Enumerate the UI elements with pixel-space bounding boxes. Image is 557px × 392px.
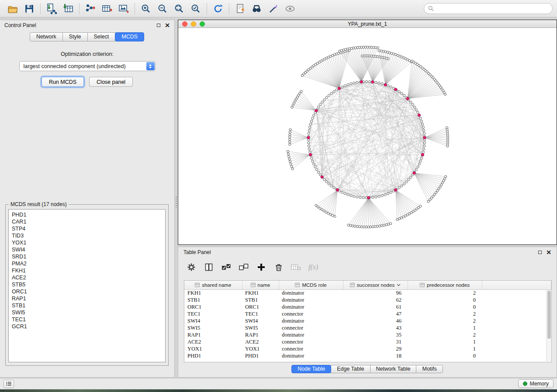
table-row[interactable]: SWI4SWI4dominator462 [184,317,551,324]
vertical-splitter[interactable] [175,20,178,378]
network-canvas[interactable] [178,28,557,244]
main-toolbar [0,0,557,17]
mcds-node-label[interactable]: ACE2 [12,274,165,281]
tab-network[interactable]: Network [30,32,63,41]
export-network-icon[interactable] [82,2,99,16]
col-name[interactable]: name [242,281,279,289]
mcds-result-list[interactable]: PHD1CAR1STP4TID3YOX1SWI4SRD1PMA2FKH1ACE2… [8,209,166,362]
control-panel-tabs: Network Style Select MCDS [0,32,174,41]
show-hide-icon[interactable] [282,2,298,16]
table-row[interactable]: STB1STB1dominator620 [184,296,551,303]
window-close-icon[interactable] [182,21,187,27]
save-icon[interactable] [21,2,38,16]
tab-network-table[interactable]: Network Table [370,365,417,373]
open-file-icon[interactable] [4,2,21,16]
criterion-dropdown[interactable]: largest connected component (undirected) [19,61,156,71]
style-wand-icon[interactable] [265,2,282,16]
toolbar-separator [229,3,229,14]
import-table-file-icon[interactable] [60,2,76,16]
mcds-node-label[interactable]: SWI5 [12,309,165,316]
table-settings-gear-icon[interactable] [186,262,197,272]
delete-table-icon-disabled [291,262,301,272]
add-column-plus-icon[interactable] [256,262,266,272]
table-row[interactable]: PHD1PHD1dominator180 [184,352,551,359]
memory-button[interactable]: Memory [518,379,554,388]
mcds-result-title: MCDS result (17 nodes) [9,201,69,207]
memory-status-icon [523,382,527,386]
run-mcds-button[interactable]: Run MCDS [42,77,84,87]
tab-mcds[interactable]: MCDS [115,32,144,41]
column-grid-icon [295,283,300,287]
import-network-file-icon[interactable] [43,2,60,16]
show-columns-icon[interactable] [204,262,214,272]
table-row[interactable]: FKH1FKH1dominator962 [184,289,551,296]
network-window-titlebar[interactable]: YPA_prune.txt_1 [178,20,557,28]
mcds-node-label[interactable]: PHD1 [12,211,165,218]
mcds-node-label[interactable]: GCR1 [12,323,165,330]
select-all-icon[interactable] [221,262,232,272]
mcds-node-label[interactable]: STB5 [12,281,165,288]
close-table-panel-icon[interactable]: ✕ [546,250,551,254]
table-scrollbar[interactable] [546,290,551,361]
mcds-node-label[interactable]: STB1 [12,302,165,309]
mcds-node-label[interactable]: SWI4 [12,246,165,253]
float-panel-icon[interactable] [157,24,160,27]
mcds-node-label[interactable]: YOX1 [12,239,165,246]
criterion-dropdown-value: largest connected component (undirected) [24,63,126,69]
search-field[interactable] [424,3,553,14]
table-row[interactable]: YOX1YOX1connector291 [184,345,551,352]
control-panel-header: Control Panel ✕ [0,20,174,31]
sort-desc-icon [397,284,401,286]
export-image-icon[interactable] [115,2,132,16]
mcds-node-label[interactable]: TEC1 [12,316,165,323]
zoom-in-icon[interactable] [138,2,154,16]
deselect-all-icon[interactable] [239,262,249,272]
table-row[interactable]: ORC1ORC1dominator610 [184,303,551,310]
tab-edge-table[interactable]: Edge Table [331,365,370,373]
tab-node-table[interactable]: Node Table [291,365,331,373]
window-zoom-icon[interactable] [200,21,205,27]
tab-motifs[interactable]: Motifs [416,365,443,373]
scrollbar-thumb[interactable] [547,291,551,339]
zoom-fit-icon[interactable] [171,2,187,16]
window-minimize-icon[interactable] [191,21,196,27]
mcds-node-label[interactable]: RAP1 [12,295,165,302]
col-predecessor-nodes[interactable]: predecessor nodes [408,281,482,289]
tab-style[interactable]: Style [62,32,88,41]
mcds-node-label[interactable]: STP4 [12,225,165,232]
refresh-layout-icon[interactable] [210,2,226,16]
search-network-icon[interactable] [249,2,265,16]
table-row[interactable]: SWI5SWI5connector431 [184,324,551,331]
close-panel-button[interactable]: Close panel [89,77,133,87]
mcds-node-label[interactable]: CAR1 [12,218,165,225]
search-input[interactable] [436,6,548,12]
col-shared-name[interactable]: shared name [184,281,242,289]
table-row[interactable]: RAP1RAP1dominator352 [184,331,551,338]
node-table: shared name name MCDS role successor nod… [184,280,552,362]
column-grid-icon [195,283,200,287]
table-panel-header: Table Panel ✕ [178,247,557,258]
col-mcds-role[interactable]: MCDS role [279,281,343,289]
col-successor-nodes[interactable]: successor nodes [343,281,408,289]
delete-column-trash-icon[interactable] [273,262,284,272]
control-panel: Control Panel ✕ Network Style Select MCD… [0,20,175,378]
float-table-panel-icon[interactable] [538,251,542,254]
mcds-node-label[interactable]: ORC1 [12,288,165,295]
zoom-out-icon[interactable] [154,2,171,16]
zoom-selected-icon[interactable] [187,2,204,16]
table-panel-title: Table Panel [183,249,211,255]
share-document-icon[interactable] [232,2,249,16]
mcds-node-label[interactable]: FKH1 [12,267,165,274]
col-filler [482,281,551,289]
mcds-result-group: MCDS result (17 nodes) PHD1CAR1STP4TID3Y… [5,204,169,366]
table-row[interactable]: TEC1TEC1connector472 [184,310,551,317]
mcds-node-label[interactable]: PMA2 [12,260,165,267]
export-table-icon[interactable] [99,2,115,16]
tab-select[interactable]: Select [87,32,116,41]
task-history-button[interactable] [3,380,14,388]
close-panel-icon[interactable]: ✕ [165,23,170,28]
mcds-node-label[interactable]: SRD1 [12,253,165,260]
control-panel-title: Control Panel [4,22,36,28]
mcds-node-label[interactable]: TID3 [12,232,165,239]
table-row[interactable]: ACE2ACE2connector311 [184,338,551,345]
